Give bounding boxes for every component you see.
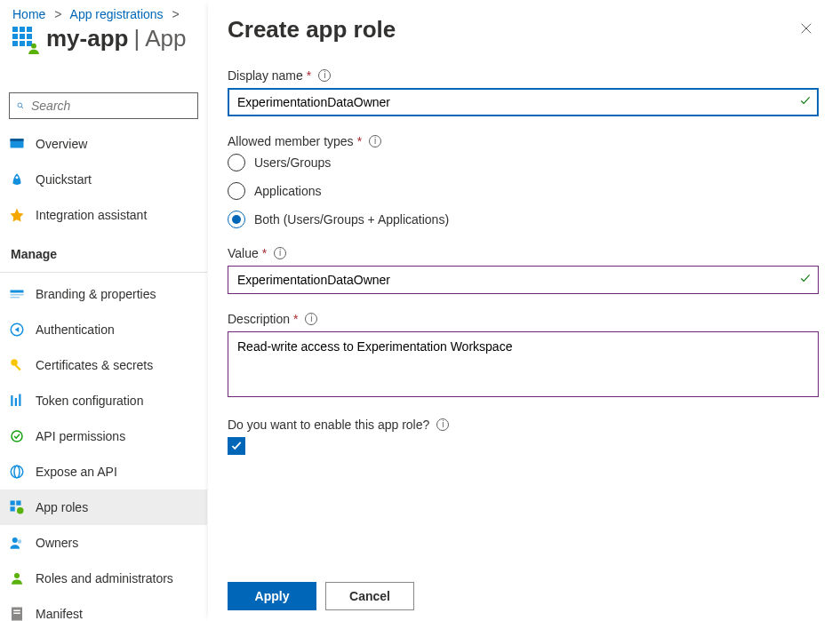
nav-authentication[interactable]: Authentication xyxy=(0,312,207,347)
svg-point-23 xyxy=(18,539,22,544)
value-input[interactable] xyxy=(228,266,819,294)
nav-label: Roles and administrators xyxy=(36,571,173,585)
nav-section-manage: Manage xyxy=(0,233,207,268)
nav-token-config[interactable]: Token configuration xyxy=(0,383,207,418)
nav-label: Integration assistant xyxy=(36,208,147,222)
radio-icon xyxy=(228,211,245,228)
nav-label: Token configuration xyxy=(36,394,143,408)
field-description: Description * i xyxy=(228,312,819,400)
radio-icon xyxy=(228,182,245,200)
nav-app-roles[interactable]: App roles xyxy=(0,490,207,525)
value-label: Value xyxy=(228,246,259,260)
display-name-input[interactable] xyxy=(228,88,819,116)
info-icon[interactable]: i xyxy=(369,135,381,147)
svg-rect-12 xyxy=(11,395,12,406)
field-value: Value * i xyxy=(228,246,819,294)
svg-rect-18 xyxy=(11,501,15,506)
nav-roles-admins[interactable]: Roles and administrators xyxy=(0,561,207,596)
nav-label: Overview xyxy=(36,137,87,151)
radio-apps[interactable]: Applications xyxy=(228,182,819,200)
svg-rect-6 xyxy=(11,291,24,293)
manifest-icon xyxy=(9,606,25,621)
svg-point-0 xyxy=(31,43,36,48)
svg-rect-8 xyxy=(11,297,20,299)
display-name-label: Display name xyxy=(228,68,303,83)
svg-rect-26 xyxy=(13,610,20,612)
nav-branding[interactable]: Branding & properties xyxy=(0,276,207,312)
info-icon[interactable]: i xyxy=(318,69,331,82)
required-mark: * xyxy=(357,134,362,148)
branding-icon xyxy=(9,286,25,302)
svg-line-2 xyxy=(21,107,23,108)
info-icon[interactable]: i xyxy=(436,418,449,431)
nav-label: Manifest xyxy=(36,607,83,621)
description-textarea[interactable] xyxy=(228,331,819,397)
nav-overview[interactable]: Overview xyxy=(0,126,207,162)
nav-manifest[interactable]: Manifest xyxy=(0,596,207,621)
svg-rect-7 xyxy=(11,294,24,296)
svg-rect-19 xyxy=(16,501,20,506)
authentication-icon xyxy=(9,322,25,338)
field-enable: Do you want to enable this app role? i xyxy=(228,418,819,455)
svg-rect-14 xyxy=(19,394,20,407)
breadcrumb-home[interactable]: Home xyxy=(12,7,45,21)
page-title-suffix: App xyxy=(145,25,186,52)
field-display-name: Display name * i xyxy=(228,68,819,116)
panel-title: Create app role xyxy=(228,16,396,44)
field-member-types: Allowed member types * i Users/GroupsApp… xyxy=(228,134,819,228)
nav-divider xyxy=(0,272,207,273)
search-input-wrap[interactable] xyxy=(9,92,198,119)
owners-icon xyxy=(9,535,25,551)
permissions-icon xyxy=(9,428,25,444)
nav-label: Authentication xyxy=(36,322,115,337)
close-icon xyxy=(799,21,813,36)
left-nav: Overview Quickstart Integration assistan… xyxy=(0,89,207,621)
nav-owners[interactable]: Owners xyxy=(0,525,207,561)
expose-icon xyxy=(9,464,25,480)
nav-certificates[interactable]: Certificates & secrets xyxy=(0,347,207,383)
svg-point-22 xyxy=(12,537,18,543)
radio-users[interactable]: Users/Groups xyxy=(228,154,819,171)
enable-checkbox[interactable] xyxy=(228,437,245,455)
svg-point-24 xyxy=(14,573,20,578)
key-icon xyxy=(9,357,25,373)
panel-footer: Apply Cancel xyxy=(208,571,840,621)
info-icon[interactable]: i xyxy=(274,247,286,259)
breadcrumb-app-registrations[interactable]: App registrations xyxy=(70,7,164,21)
required-mark: * xyxy=(307,68,311,83)
required-mark: * xyxy=(262,246,267,260)
app-roles-nav-icon xyxy=(9,499,25,515)
member-types-label: Allowed member types xyxy=(228,134,354,148)
svg-point-1 xyxy=(18,103,22,107)
radio-both[interactable]: Both (Users/Groups + Applications) xyxy=(228,211,819,228)
create-app-role-panel: Create app role Display name * i Allowed… xyxy=(208,0,840,621)
nav-label: App roles xyxy=(36,500,88,514)
nav-api-permissions[interactable]: API permissions xyxy=(0,418,207,454)
svg-rect-13 xyxy=(15,398,17,406)
radio-label: Both (Users/Groups + Applications) xyxy=(254,212,449,227)
info-icon[interactable]: i xyxy=(305,313,317,325)
svg-rect-4 xyxy=(11,139,24,141)
page-title-appname: my-app xyxy=(46,25,128,52)
breadcrumb-separator: > xyxy=(54,7,61,21)
nav-quickstart[interactable]: Quickstart xyxy=(0,162,207,197)
search-icon xyxy=(17,100,24,112)
enable-label: Do you want to enable this app role? xyxy=(228,418,429,432)
nav-expose-api[interactable]: Expose an API xyxy=(0,454,207,490)
nav-integration-assistant[interactable]: Integration assistant xyxy=(0,197,207,233)
svg-rect-11 xyxy=(15,364,21,370)
nav-label: Certificates & secrets xyxy=(36,358,153,372)
description-label: Description xyxy=(228,312,290,326)
cancel-button[interactable]: Cancel xyxy=(325,582,414,610)
close-button[interactable] xyxy=(794,16,819,44)
search-input[interactable] xyxy=(29,98,190,114)
svg-point-16 xyxy=(11,466,23,478)
radio-label: Users/Groups xyxy=(254,155,331,170)
svg-point-21 xyxy=(17,507,24,514)
quickstart-icon xyxy=(9,171,25,187)
nav-label: Owners xyxy=(36,536,78,550)
radio-label: Applications xyxy=(254,184,322,198)
token-icon xyxy=(9,393,25,409)
apply-button[interactable]: Apply xyxy=(228,582,316,610)
breadcrumb-separator: > xyxy=(172,7,180,21)
